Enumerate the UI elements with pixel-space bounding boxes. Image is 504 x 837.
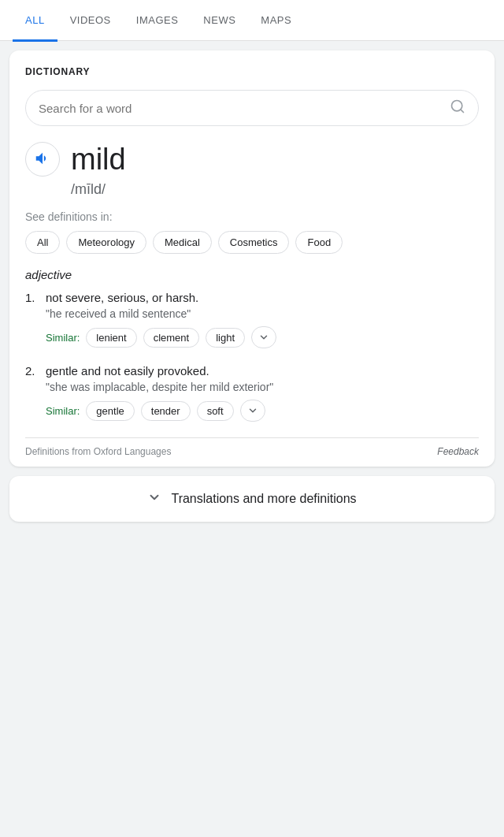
nav-item-news[interactable]: NEWS: [191, 1, 248, 42]
feedback-link[interactable]: Feedback: [437, 446, 479, 457]
definitions-list: 1. not severe, serious, or harsh. "he re…: [25, 291, 479, 422]
svg-line-1: [461, 110, 464, 113]
see-defs-label: See definitions in:: [25, 210, 479, 223]
similar-row-1: Similar: lenient clement light: [46, 326, 479, 348]
nav-item-maps[interactable]: MAPS: [248, 1, 304, 42]
category-food[interactable]: Food: [295, 231, 343, 254]
nav-item-videos[interactable]: VIDEOS: [57, 1, 124, 42]
similar-soft[interactable]: soft: [197, 401, 234, 421]
oxford-label: Definitions from Oxford Languages: [25, 446, 171, 457]
category-all[interactable]: All: [25, 231, 60, 254]
similar-gentle[interactable]: gentle: [86, 401, 134, 421]
nav-item-all[interactable]: ALL: [13, 1, 57, 42]
similar-light[interactable]: light: [206, 328, 245, 348]
word-search-box[interactable]: [25, 90, 479, 126]
dictionary-section-label: DICTIONARY: [25, 66, 479, 77]
similar-tender[interactable]: tender: [141, 401, 191, 421]
chevron-down-icon: [147, 490, 161, 508]
similar-row-2: Similar: gentle tender soft: [46, 400, 479, 422]
expand-similar-2[interactable]: [240, 400, 265, 422]
def-text-2: gentle and not easily provoked.: [46, 364, 479, 378]
word-header: mild: [25, 142, 479, 177]
part-of-speech: adjective: [25, 268, 479, 281]
def-text-1: not severe, serious, or harsh.: [46, 291, 479, 304]
speaker-icon: [34, 150, 51, 169]
search-input[interactable]: [39, 102, 450, 115]
word-title: mild: [71, 144, 126, 174]
category-cosmetics[interactable]: Cosmetics: [218, 231, 290, 254]
def-example-1: "he received a mild sentence": [46, 307, 479, 320]
nav-bar: ALL VIDEOS IMAGES NEWS MAPS: [0, 0, 504, 41]
def-content-2: gentle and not easily provoked. "she was…: [46, 364, 479, 422]
definition-item-1: 1. not severe, serious, or harsh. "he re…: [25, 291, 479, 348]
def-content-1: not severe, serious, or harsh. "he recei…: [46, 291, 479, 348]
search-icon: [450, 99, 465, 117]
definition-item-2: 2. gentle and not easily provoked. "she …: [25, 364, 479, 422]
expand-similar-1[interactable]: [251, 326, 276, 348]
similar-label-2: Similar:: [46, 405, 80, 417]
def-number-2: 2.: [25, 364, 39, 422]
translations-label: Translations and more definitions: [171, 492, 356, 506]
card-footer: Definitions from Oxford Languages Feedba…: [25, 438, 479, 467]
category-medical[interactable]: Medical: [153, 231, 212, 254]
category-pills: All Meteorology Medical Cosmetics Food: [25, 231, 479, 254]
phonetic: /mīld/: [71, 181, 479, 198]
dictionary-card: DICTIONARY mild /mīld/ See definitions i…: [9, 50, 495, 467]
pronunciation-button[interactable]: [25, 142, 60, 177]
similar-clement[interactable]: clement: [143, 328, 200, 348]
category-meteorology[interactable]: Meteorology: [66, 231, 146, 254]
nav-item-images[interactable]: IMAGES: [124, 1, 191, 42]
translations-bar[interactable]: Translations and more definitions: [9, 476, 495, 522]
similar-label-1: Similar:: [46, 332, 80, 344]
def-number-1: 1.: [25, 291, 39, 348]
def-example-2: "she was implacable, despite her mild ex…: [46, 381, 479, 393]
similar-lenient[interactable]: lenient: [86, 328, 136, 348]
